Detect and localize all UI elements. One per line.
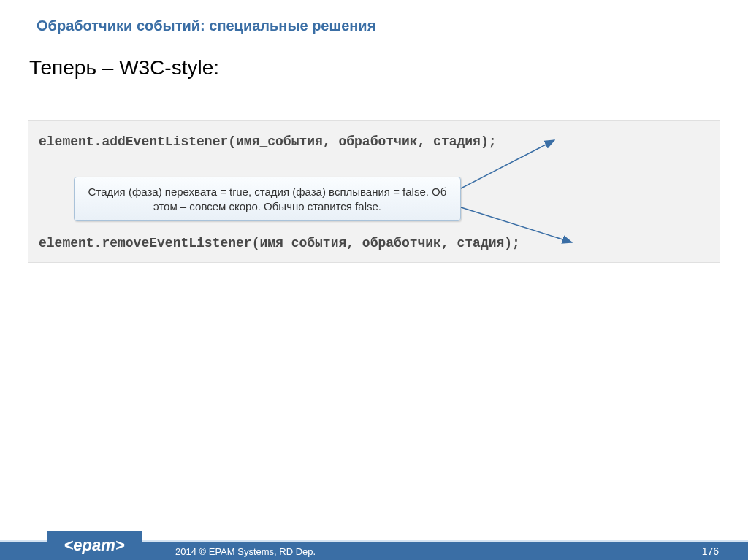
callout-box: Стадия (фаза) перехвата = true, стадия (… [74, 177, 461, 221]
code-box: element.addEventListener(имя_события, об… [28, 120, 720, 263]
copyright-text: 2014 © EPAM Systems, RD Dep. [175, 546, 316, 557]
page-number: 176 [702, 545, 719, 557]
code-line-1: element.addEventListener(имя_события, об… [39, 134, 709, 149]
code-line-2: element.removeEventListener(имя_события,… [39, 236, 520, 250]
subtitle: Теперь – W3C-style: [0, 34, 748, 80]
slide-title: Обработчики событий: специальные решения [0, 0, 748, 34]
logo-epam: <epam> [47, 531, 142, 560]
